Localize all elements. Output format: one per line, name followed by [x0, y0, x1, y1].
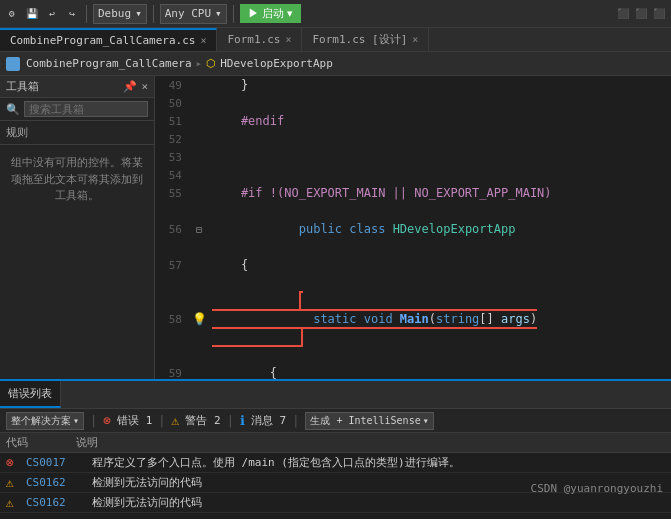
- tab-close-form1-design[interactable]: ×: [412, 34, 418, 45]
- build-filter-dropdown[interactable]: 生成 + IntelliSense ▾: [305, 412, 433, 430]
- code-lines: 49 } 50 51 #endif: [155, 76, 671, 379]
- breadcrumb-sep: ▸: [196, 57, 203, 70]
- bulb-icon[interactable]: 💡: [192, 312, 207, 326]
- error-panel-tabs: 错误列表: [0, 381, 671, 409]
- menu-icon[interactable]: ⚙: [4, 6, 20, 22]
- error-table: 代码 说明 ⊗ CS0017 程序定义了多个入口点。使用 /main (指定包含…: [0, 433, 671, 519]
- table-row: 53: [155, 148, 671, 166]
- debug-dropdown[interactable]: Debug ▾: [93, 4, 147, 24]
- table-row: 59 {: [155, 364, 671, 379]
- chevron-down-icon3: ▾: [287, 7, 293, 20]
- table-row: 56 ⊟ public class HDevelopExportApp: [155, 202, 671, 256]
- search-input[interactable]: [24, 101, 148, 117]
- scope-filter-dropdown[interactable]: 整个解决方案 ▾: [6, 412, 84, 430]
- tab-bar: CombineProgram_CallCamera.cs × Form1.cs …: [0, 28, 671, 52]
- sidebar-search-area: 🔍: [0, 98, 154, 121]
- pin-icon[interactable]: 📌: [123, 80, 137, 93]
- sidebar-category: 规则: [0, 121, 154, 145]
- code-editor[interactable]: 49 } 50 51 #endif: [155, 76, 671, 379]
- error-icon: ⊗: [103, 413, 111, 428]
- tab-form1[interactable]: Form1.cs ×: [217, 28, 302, 51]
- chevron-down-icon: ▾: [135, 7, 142, 20]
- breadcrumb-symbol-icon: ⬡: [206, 57, 216, 70]
- chevron-down-icon4: ▾: [73, 415, 79, 426]
- toolbar: ⚙ 💾 ↩ ↪ Debug ▾ Any CPU ▾ ▶ 启动 ▾ ⬛ ⬛ ⬛: [0, 0, 671, 28]
- table-row: 49 }: [155, 76, 671, 94]
- collapse-icon[interactable]: ⊟: [196, 224, 202, 235]
- warn-row-icon1: ⚠: [6, 475, 22, 490]
- tab-form1-design[interactable]: Form1.cs [设计] ×: [302, 28, 429, 51]
- cpu-dropdown[interactable]: Any CPU ▾: [160, 4, 227, 24]
- table-row: 50: [155, 94, 671, 112]
- sidebar-header: 工具箱 📌 ×: [0, 76, 154, 98]
- tab-error-list[interactable]: 错误列表: [0, 381, 61, 408]
- info-count-label: 消息 7: [251, 413, 286, 428]
- error-filter-row: 整个解决方案 ▾ | ⊗ 错误 1 | ⚠ 警告 2 | ℹ 消息 7 | 生成…: [0, 409, 671, 433]
- chevron-down-icon2: ▾: [215, 7, 222, 20]
- table-row: 51 #endif: [155, 112, 671, 130]
- warn-row-icon2: ⚠: [6, 495, 22, 510]
- chevron-down-icon5: ▾: [423, 415, 429, 426]
- toolbar-icon1[interactable]: ⬛: [615, 6, 631, 22]
- error-table-header: 代码 说明: [0, 433, 671, 453]
- close-sidebar-icon[interactable]: ×: [141, 80, 148, 93]
- sep2: [153, 5, 154, 23]
- error-panel: 错误列表 整个解决方案 ▾ | ⊗ 错误 1 | ⚠ 警告 2 | ℹ 消息 7…: [0, 379, 671, 519]
- list-item[interactable]: ⚠ CS0162 检测到无法访问的代码: [0, 493, 671, 513]
- warn-count-label: 警告 2: [185, 413, 220, 428]
- sidebar-title: 工具箱: [6, 79, 39, 94]
- tab-close-combine[interactable]: ×: [200, 35, 206, 46]
- sep1: [86, 5, 87, 23]
- tab-close-form1[interactable]: ×: [285, 34, 291, 45]
- table-row: 54: [155, 166, 671, 184]
- info-icon: ℹ: [240, 413, 245, 428]
- toolbar-icon2[interactable]: ⬛: [633, 6, 649, 22]
- breadcrumb: CombineProgram_CallCamera ▸ ⬡ HDevelopEx…: [0, 52, 671, 76]
- right-toolbar-icons: ⬛ ⬛ ⬛: [615, 6, 667, 22]
- toolbar-icon3[interactable]: ⬛: [651, 6, 667, 22]
- table-row: 52: [155, 130, 671, 148]
- warn-icon: ⚠: [172, 413, 180, 428]
- tab-combine[interactable]: CombineProgram_CallCamera.cs ×: [0, 28, 217, 51]
- start-button[interactable]: ▶ 启动 ▾: [240, 4, 301, 23]
- list-item[interactable]: ⊗ CS0017 程序定义了多个入口点。使用 /main (指定包含入口点的类型…: [0, 453, 671, 473]
- sidebar-empty-message: 组中没有可用的控件。将某项拖至此文本可将其添加到工具箱。: [0, 145, 154, 215]
- search-icon: 🔍: [6, 103, 20, 116]
- list-item[interactable]: ⚠ CS0162 检测到无法访问的代码: [0, 473, 671, 493]
- table-row: 57 {: [155, 256, 671, 274]
- file-icon: [6, 57, 20, 71]
- sidebar: 工具箱 📌 × 🔍 规则 组中没有可用的控件。将某项拖至此文本可将其添加到工具箱…: [0, 76, 155, 379]
- table-row: 58 💡 static void Main(string[] args): [155, 274, 671, 364]
- error-count-label: 错误 1: [117, 413, 152, 428]
- undo-icon[interactable]: ↩: [44, 6, 60, 22]
- sep3: [233, 5, 234, 23]
- table-row: 55 #if !(NO_EXPORT_MAIN || NO_EXPORT_APP…: [155, 184, 671, 202]
- redo-icon[interactable]: ↪: [64, 6, 80, 22]
- save-icon[interactable]: 💾: [24, 6, 40, 22]
- error-row-icon: ⊗: [6, 455, 22, 470]
